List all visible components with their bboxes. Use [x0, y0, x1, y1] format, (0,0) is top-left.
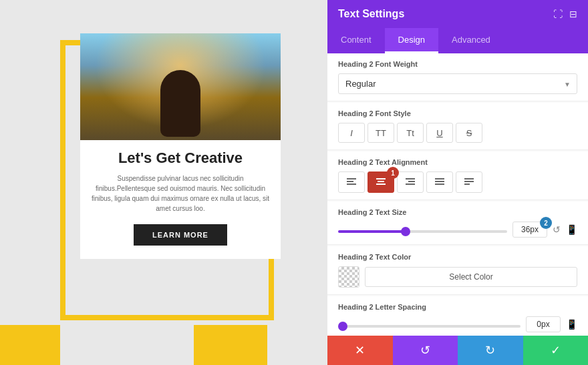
text-size-device-icon[interactable]: 📱	[566, 224, 577, 235]
text-color-swatch[interactable]	[338, 266, 359, 288]
learn-more-button[interactable]: LEARN MORE	[134, 224, 227, 246]
svg-rect-4	[376, 178, 386, 179]
yellow-rect-left	[0, 325, 60, 365]
letter-spacing-row: 📱	[338, 316, 577, 332]
hero-image	[80, 33, 281, 140]
confirm-button[interactable]: ✓	[523, 336, 589, 365]
align-force-justify-btn[interactable]	[456, 171, 482, 193]
text-size-group: Heading 2 Text Size 2 ↺ 📱	[327, 202, 588, 245]
letter-spacing-group: Heading 2 Letter Spacing 📱	[327, 296, 588, 336]
font-weight-select[interactable]: Thin Light Regular Medium Semi Bold Bold…	[338, 73, 577, 94]
undo-button[interactable]: ↺	[393, 336, 458, 365]
panel-header-icons: ⛶ ⊟	[553, 9, 577, 19]
underline-btn[interactable]: U	[426, 123, 453, 143]
align-center-badge: 1	[387, 167, 399, 179]
preview-heading: Let's Get Creative	[87, 149, 274, 167]
capitalize-btn[interactable]: Tt	[397, 123, 424, 143]
svg-rect-18	[464, 184, 470, 185]
svg-rect-5	[378, 181, 384, 182]
text-size-reset-icon[interactable]: ↺	[553, 224, 561, 235]
settings-content: Heading 2 Font Weight Thin Light Regular…	[327, 53, 588, 336]
align-left-btn[interactable]	[338, 171, 365, 193]
svg-rect-14	[435, 184, 444, 185]
font-weight-group: Heading 2 Font Weight Thin Light Regular…	[327, 53, 588, 101]
align-right-btn[interactable]	[397, 171, 424, 193]
svg-rect-2	[347, 184, 356, 185]
columns-icon[interactable]: ⊟	[569, 9, 577, 19]
cancel-button[interactable]: ✕	[327, 336, 393, 365]
italic-btn[interactable]: I	[338, 123, 365, 143]
svg-rect-13	[435, 181, 444, 182]
settings-panel: Text Settings ⛶ ⊟ Content Design Advance…	[327, 0, 588, 365]
yellow-rect-right	[194, 325, 267, 365]
svg-rect-6	[376, 184, 386, 185]
svg-rect-1	[347, 181, 353, 182]
panel-header: Text Settings ⛶ ⊟	[327, 0, 588, 28]
font-style-group: Heading 2 Font Style I TT Tt U S	[327, 103, 588, 150]
letter-spacing-slider-container	[338, 318, 521, 330]
text-size-label: Heading 2 Text Size	[338, 208, 577, 216]
fullscreen-icon[interactable]: ⛶	[553, 9, 563, 19]
font-style-label: Heading 2 Font Style	[338, 109, 577, 117]
tab-design[interactable]: Design	[385, 28, 438, 53]
letter-spacing-label: Heading 2 Letter Spacing	[338, 303, 577, 311]
text-size-slider-container	[338, 224, 507, 236]
svg-rect-10	[406, 184, 415, 185]
text-alignment-group: Heading 2 Text Alignment 1	[327, 151, 588, 200]
tab-advanced[interactable]: Advanced	[438, 28, 504, 53]
text-color-row: Select Color	[338, 266, 577, 288]
letter-spacing-slider[interactable]	[338, 325, 521, 328]
text-color-group: Heading 2 Text Color Select Color	[327, 246, 588, 295]
svg-rect-12	[435, 178, 444, 179]
alignment-buttons: 1	[338, 171, 577, 193]
svg-rect-0	[347, 178, 356, 179]
svg-rect-16	[464, 178, 474, 179]
select-color-button[interactable]: Select Color	[365, 267, 577, 287]
tabs: Content Design Advanced	[327, 28, 588, 53]
text-alignment-label: Heading 2 Text Alignment	[338, 158, 577, 166]
preview-area: Let's Get Creative Suspendisse pulvinar …	[0, 0, 327, 365]
action-bar: ✕ ↺ ↻ ✓	[327, 336, 588, 365]
text-size-badge: 2	[540, 217, 552, 229]
letter-spacing-input[interactable]	[526, 316, 561, 332]
uppercase-btn[interactable]: TT	[368, 123, 394, 143]
text-color-label: Heading 2 Text Color	[338, 253, 577, 261]
align-justify-btn[interactable]	[426, 171, 453, 193]
letter-spacing-device-icon[interactable]: 📱	[566, 319, 577, 330]
redo-button[interactable]: ↻	[458, 336, 523, 365]
font-style-buttons: I TT Tt U S	[338, 123, 577, 143]
font-weight-label: Heading 2 Font Weight	[338, 60, 577, 68]
preview-body: Suspendisse pulvinar lacus nec sollicitu…	[90, 173, 271, 214]
person-silhouette	[160, 70, 200, 137]
svg-rect-8	[406, 178, 415, 179]
text-size-row: 2 ↺ 📱	[338, 222, 577, 238]
svg-rect-17	[464, 181, 474, 182]
panel-title: Text Settings	[338, 8, 404, 20]
font-weight-select-wrapper: Thin Light Regular Medium Semi Bold Bold…	[338, 73, 577, 94]
content-card: Let's Get Creative Suspendisse pulvinar …	[80, 33, 281, 259]
svg-rect-9	[408, 181, 415, 182]
tab-content[interactable]: Content	[327, 28, 385, 53]
text-size-slider[interactable]	[338, 230, 507, 233]
strikethrough-btn[interactable]: S	[456, 123, 482, 143]
